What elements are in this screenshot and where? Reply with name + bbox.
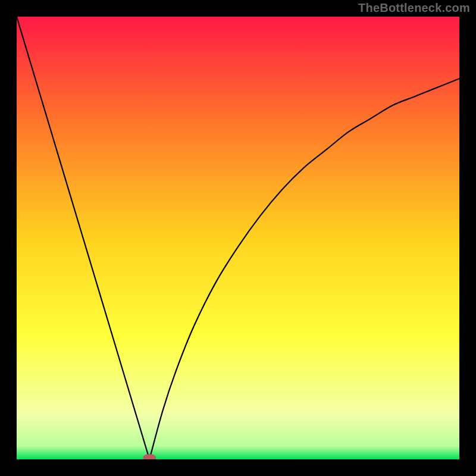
chart-plot-area: [17, 17, 459, 459]
chart-svg: [17, 17, 459, 459]
watermark-label: TheBottleneck.com: [358, 1, 470, 15]
chart-frame: TheBottleneck.com: [0, 0, 476, 476]
